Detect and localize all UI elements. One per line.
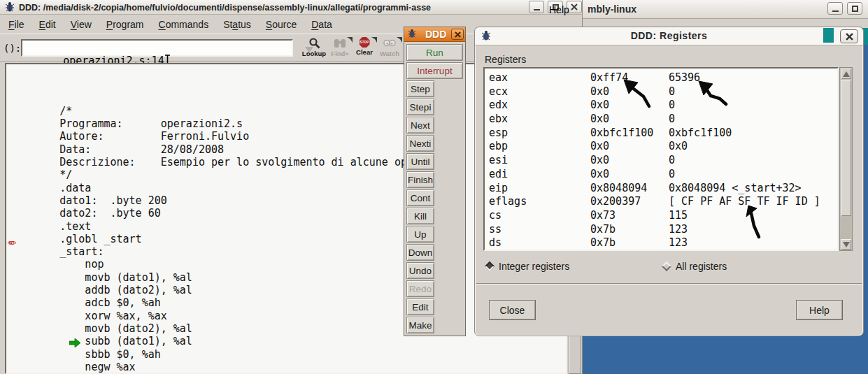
command-button[interactable]: Make (406, 317, 434, 333)
main-window-title: DDD: /media/disk-2/copia/home/fulvio/doc… (19, 3, 526, 13)
command-button[interactable]: Interrupt (406, 62, 463, 79)
registers-section-label: Registers (485, 54, 526, 65)
command-button[interactable]: Run (406, 44, 463, 61)
command-button[interactable]: Nexti (406, 135, 434, 152)
arrow-down-icon (843, 242, 850, 247)
menu-item[interactable]: File (8, 19, 24, 30)
dropdown-arrow-icon[interactable] (397, 37, 402, 43)
register-row[interactable]: eip0x80480940x8048094 <_start+32> (489, 182, 837, 196)
menu-item[interactable]: Program (106, 19, 144, 30)
command-buttons: Run Interrupt Step Stepi Next Nexti Unti… (404, 42, 465, 336)
background-window-title: mbly-linux (588, 3, 636, 15)
screen: { "colors": { "desktop_blue": "#36679f",… (0, 0, 868, 374)
separator (476, 283, 862, 285)
find-binoculars-icon (334, 37, 346, 49)
command-tool-titlebar[interactable]: DDD (404, 27, 465, 42)
command-button[interactable]: Next (406, 117, 434, 134)
command-button[interactable]: Finish (406, 171, 434, 188)
close-button[interactable] (840, 29, 858, 43)
register-row[interactable]: ecx0x00 (489, 85, 837, 99)
close-icon (455, 31, 461, 38)
command-button[interactable]: Cont (406, 189, 434, 206)
background-window-peek (823, 28, 834, 43)
source-line[interactable]: STOP int $0x80 (9, 361, 566, 373)
radio-unselected-icon (662, 261, 671, 271)
radio-label: All registers (676, 261, 727, 272)
ddd-bug-icon (407, 29, 417, 38)
scroll-down-button[interactable] (841, 239, 851, 250)
arrow-up-icon (843, 71, 850, 77)
maximize-button[interactable] (847, 2, 862, 15)
close-button[interactable] (451, 29, 464, 40)
close-button[interactable]: Close (489, 300, 536, 320)
find-button: Find» (327, 37, 353, 60)
watch-button: Watch (377, 37, 402, 60)
clear-stop-icon: STOP (360, 37, 370, 48)
background-window-titlebar[interactable]: mbly-linux (582, 0, 868, 19)
registers-scrollbar[interactable] (839, 67, 853, 251)
maximize-icon (852, 6, 858, 12)
main-titlebar[interactable]: DDD: /media/disk-2/copia/home/fulvio/doc… (0, 0, 582, 15)
menu-item[interactable]: Commands (159, 19, 209, 30)
register-row[interactable]: ss0x7b123 (489, 223, 837, 237)
argument-prompt-label: (): (3, 43, 21, 54)
radio-label: Integer registers (499, 261, 569, 272)
menu-item[interactable]: Status (223, 19, 251, 30)
command-button[interactable]: Down (406, 244, 434, 261)
registers-titlebar[interactable]: DDD: Registers (475, 27, 863, 45)
menu-item[interactable]: View (71, 19, 92, 30)
radio-selected-icon (485, 261, 495, 271)
ddd-bug-icon (4, 1, 15, 13)
register-row[interactable]: ebp0x00x0 (489, 140, 837, 154)
command-button[interactable]: Until (406, 153, 434, 170)
register-row[interactable]: ds0x7b123 (489, 236, 837, 250)
minimize-button[interactable] (827, 2, 843, 15)
registers-window-title: DDD: Registers (475, 30, 863, 41)
register-row[interactable]: edx0x00 (489, 99, 837, 113)
radio-integer-registers[interactable]: Integer registers (486, 261, 569, 272)
source-line[interactable]: STOP fine: (9, 335, 566, 347)
minimize-icon (832, 10, 839, 12)
scrollbar-thumb[interactable] (841, 80, 851, 216)
menu-item[interactable]: Edit (39, 19, 56, 30)
menu-item[interactable]: Data (311, 19, 332, 30)
close-icon (571, 3, 578, 10)
command-button[interactable]: Stepi (406, 99, 434, 115)
command-button[interactable]: Undo (406, 262, 434, 279)
source-line[interactable]: STOP movl $1, %eax (9, 348, 566, 361)
argument-input[interactable]: operazioni2.s:14 (21, 39, 293, 57)
close-icon (846, 33, 853, 41)
clear-button[interactable]: STOP Clear (352, 37, 377, 60)
scroll-up-button[interactable] (841, 69, 851, 79)
register-row[interactable]: edi0x00 (489, 168, 837, 182)
register-row[interactable]: ebx0x00 (489, 113, 837, 127)
command-button[interactable]: Kill (406, 208, 434, 224)
registers-window: DDD: Registers Registers eax0xff7465396 … (474, 27, 864, 336)
command-button[interactable]: Redo (406, 280, 434, 297)
lookup-button[interactable]: Lookup (301, 37, 327, 60)
dropdown-arrow-icon[interactable] (371, 37, 377, 43)
register-row[interactable]: eax0xff7465396 (489, 71, 837, 85)
minimize-icon (534, 9, 540, 10)
command-button[interactable]: Step (406, 80, 434, 97)
minimize-button[interactable] (529, 1, 544, 13)
radio-all-registers[interactable]: All registers (663, 261, 727, 272)
menu-item-help[interactable]: Help (549, 4, 569, 15)
command-tool-title: DDD (425, 29, 446, 40)
command-button[interactable]: Up (406, 226, 434, 243)
register-row[interactable]: cs0x73115 (489, 209, 837, 223)
menu-item[interactable]: Source (266, 19, 297, 30)
register-row[interactable]: esi0x00 (489, 154, 837, 168)
watch-eyes-icon (383, 37, 396, 49)
register-row[interactable]: esp0xbfc1f1000xbfc1f100 (489, 127, 837, 141)
lookup-magnifier-icon (308, 37, 320, 49)
help-button[interactable]: Help (796, 300, 843, 320)
command-tool-window: DDD Run Interrupt Step Stepi Next Nexti … (404, 27, 466, 336)
registers-list[interactable]: eax0xff7465396 ecx0x00 edx0x00 ebx0x00 e… (483, 67, 839, 251)
register-row[interactable]: eflags0x200397[ CF PF AF SF TF IF ID ] (489, 195, 837, 209)
command-button[interactable]: Edit (406, 299, 434, 315)
